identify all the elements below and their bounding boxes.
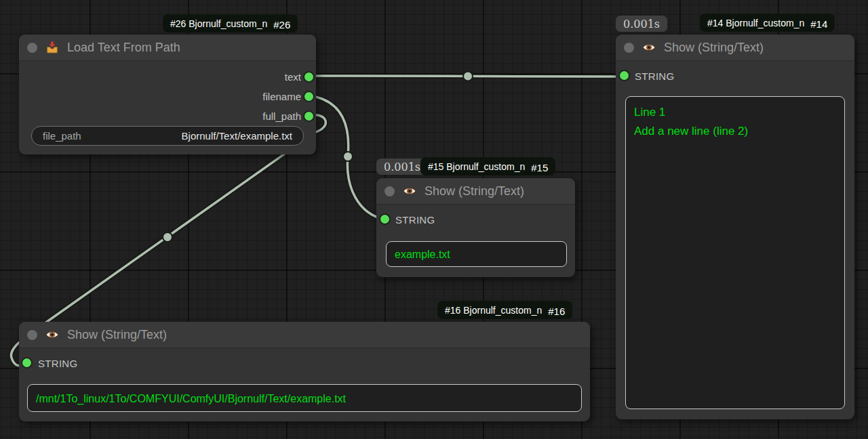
reroute-dot[interactable] bbox=[163, 232, 172, 242]
string-output-display[interactable]: /mnt/1To_linux/1To/COMFYUI/ComfyUI/Bjorn… bbox=[27, 384, 582, 412]
badge-id-label: #14 bbox=[810, 18, 827, 30]
input-label-string: STRING bbox=[635, 70, 674, 82]
node-title: Show (String/Text) bbox=[67, 328, 167, 342]
output-dot-full-path[interactable] bbox=[304, 112, 313, 121]
execution-time-badge: 0.001s bbox=[616, 16, 667, 32]
collapse-button[interactable] bbox=[384, 186, 395, 196]
node-badge-14: #14 Bjornulf_custom_n #14 bbox=[700, 14, 835, 32]
badge-name-label: #26 Bjornulf_custom_n bbox=[170, 18, 267, 29]
input-dot-string[interactable] bbox=[22, 358, 31, 367]
node-title: Show (String/Text) bbox=[664, 41, 764, 55]
output-slot-filename: filename bbox=[19, 87, 316, 106]
node-title: Show (String/Text) bbox=[425, 184, 524, 198]
output-dot-filename[interactable] bbox=[304, 92, 313, 101]
eye-icon bbox=[45, 327, 60, 342]
input-slot-string: STRING bbox=[616, 67, 854, 85]
node-show-string-16[interactable]: Show (String/Text) STRING /mnt/1To_linux… bbox=[19, 322, 590, 421]
node-title-bar[interactable]: Show (String/Text) bbox=[616, 35, 854, 61]
execution-time-label: 0.001s bbox=[623, 18, 660, 30]
output-label-full-path: full_path bbox=[262, 110, 301, 122]
eye-icon bbox=[402, 184, 417, 198]
output-label-filename: filename bbox=[262, 91, 301, 102]
widget-label: file_path bbox=[43, 130, 81, 142]
node-load-text-from-path[interactable]: Load Text From Path text filename full_p… bbox=[19, 35, 316, 154]
output-slot-text: text bbox=[19, 67, 316, 87]
input-slot-string: STRING bbox=[19, 354, 590, 372]
inbox-tray-icon bbox=[45, 40, 60, 55]
execution-time-label: 0.001s bbox=[384, 161, 420, 173]
comfyui-node-graph-canvas[interactable]: { "colors": { "wire": "#aebfae", "slot_d… bbox=[0, 0, 868, 439]
node-title: Load Text From Path bbox=[67, 41, 180, 55]
node-badge-15: #15 Bjornulf_custom_n #15 bbox=[420, 157, 555, 175]
node-title-bar[interactable]: Load Text From Path bbox=[19, 35, 316, 61]
input-label-string: STRING bbox=[38, 358, 77, 369]
node-title-bar[interactable]: Show (String/Text) bbox=[19, 322, 590, 348]
node-show-string-15[interactable]: Show (String/Text) STRING example.txt bbox=[376, 178, 575, 277]
node-show-string-14[interactable]: Show (String/Text) STRING Line 1 Add a n… bbox=[616, 35, 854, 419]
eye-icon bbox=[642, 40, 656, 55]
reroute-dot[interactable] bbox=[343, 152, 353, 161]
input-dot-string[interactable] bbox=[620, 71, 629, 80]
badge-id-label: #26 bbox=[273, 19, 290, 30]
input-label-string: STRING bbox=[395, 214, 435, 226]
node-badge-26: #26 Bjornulf_custom_n #26 bbox=[163, 14, 298, 33]
collapse-button[interactable] bbox=[27, 330, 37, 340]
badge-name-label: #14 Bjornulf_custom_n bbox=[707, 18, 804, 28]
output-dot-text[interactable] bbox=[304, 72, 313, 81]
node-title-bar[interactable]: Show (String/Text) bbox=[376, 178, 575, 205]
collapse-button[interactable] bbox=[624, 43, 634, 53]
node-badge-16: #16 Bjornulf_custom_n #16 bbox=[437, 301, 572, 319]
string-output-display[interactable]: Line 1 Add a new line (line 2) bbox=[625, 96, 845, 409]
input-slot-string: STRING bbox=[376, 211, 575, 228]
badge-name-label: #15 Bjornulf_custom_n bbox=[428, 161, 525, 172]
file-path-widget[interactable]: file_path Bjornulf/Text/example.txt bbox=[31, 126, 304, 146]
badge-id-label: #16 bbox=[548, 306, 565, 317]
badge-id-label: #15 bbox=[531, 162, 548, 173]
output-label-text: text bbox=[285, 71, 301, 83]
collapse-button[interactable] bbox=[27, 43, 37, 53]
output-slot-full-path: full_path bbox=[19, 106, 316, 126]
string-output-display[interactable]: example.txt bbox=[386, 241, 567, 267]
reroute-dot[interactable] bbox=[463, 72, 473, 81]
input-dot-string[interactable] bbox=[380, 215, 389, 224]
widget-value: Bjornulf/Text/example.txt bbox=[182, 130, 292, 142]
badge-name-label: #16 Bjornulf_custom_n bbox=[445, 305, 542, 316]
